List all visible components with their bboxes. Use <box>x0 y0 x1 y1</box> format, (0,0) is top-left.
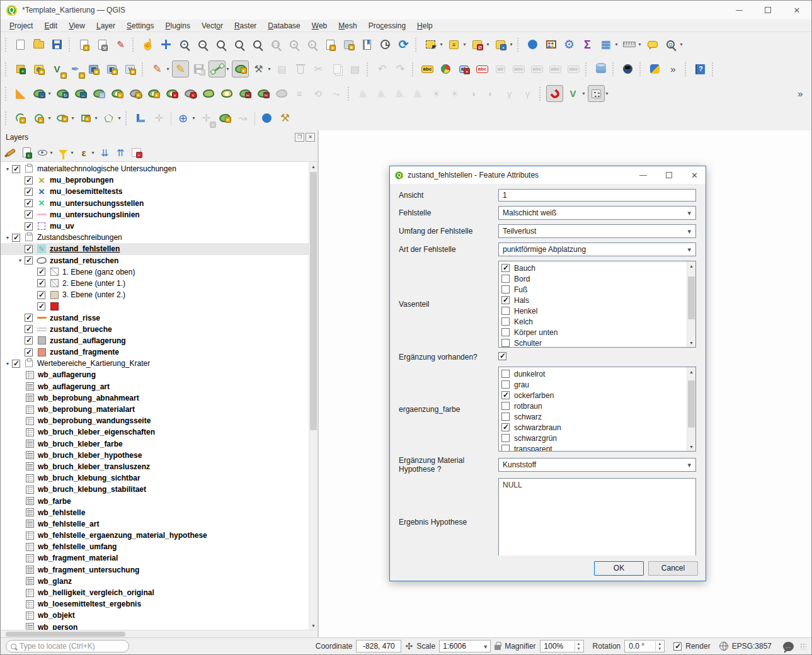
nominatim-geocoder-button[interactable]: Q <box>662 36 679 53</box>
ergaenzung-farbe-scrollbar[interactable]: ▲▼ <box>687 367 695 451</box>
draw-regular-polygon-button[interactable]: ✶ <box>100 110 117 127</box>
layers-tree-hscrollbar[interactable] <box>1 630 317 637</box>
layer-row[interactable]: wb_beprobung_abnahmeart <box>1 392 309 404</box>
layer-row[interactable]: mu_uv <box>1 220 309 232</box>
layer-row[interactable]: wb_fragment_untersuchung <box>1 564 309 576</box>
ok-button[interactable]: OK <box>594 561 644 576</box>
list-item[interactable]: Bauch <box>501 263 687 273</box>
layer-visibility-checkbox[interactable] <box>25 188 33 196</box>
draw-ellipse-button[interactable]: ✶ <box>54 110 71 127</box>
delete-ring-button[interactable]: × <box>163 85 180 102</box>
new-gpx-layer-button[interactable]: ▤✶ <box>85 60 102 77</box>
chevron-down-icon[interactable]: ▾ <box>508 42 514 47</box>
layer-visibility-checkbox[interactable] <box>12 234 20 242</box>
list-item[interactable]: ockerfarben <box>501 390 687 401</box>
simplify-feature-button[interactable]: ◇ <box>90 85 107 102</box>
zoom-to-selection-button[interactable] <box>231 36 248 53</box>
ergaenzung-farbe-item-checkbox[interactable] <box>501 413 510 421</box>
identify-features-button[interactable] <box>524 36 541 53</box>
layer-visibility-checkbox[interactable] <box>25 256 33 265</box>
layer-row[interactable]: wb_fragment_material <box>1 552 309 564</box>
layer-row[interactable]: wb_fehlstelle_ergaenzung_material_hypoth… <box>1 530 309 541</box>
tool-settings-wrench-button[interactable]: ⚒ <box>277 110 294 127</box>
digitize-with-segment-button[interactable] <box>209 60 226 77</box>
chevron-down-icon[interactable]: ▾ <box>462 42 467 47</box>
metasearch-catalog-button[interactable] <box>619 60 636 77</box>
chevron-down-icon[interactable]: ▾ <box>93 115 99 121</box>
ergaenzung-farbe-item-checkbox[interactable] <box>501 402 510 410</box>
panel-float-button[interactable]: ❐ <box>295 133 304 142</box>
zoom-full-button[interactable] <box>212 36 229 53</box>
filter-legend-button[interactable] <box>55 145 71 160</box>
layer-row[interactable]: wb_loesemitteltest_ergebnis <box>1 598 309 610</box>
vertex-tool-button[interactable]: ⚒ <box>250 60 267 77</box>
chevron-down-icon[interactable]: ▾ <box>47 115 52 121</box>
fehlstelle-select[interactable]: Malschicht weiß <box>498 206 696 220</box>
layer-row[interactable]: zustand_fragmente <box>1 346 309 358</box>
measure-line-button[interactable] <box>620 36 638 53</box>
new-map-view-button[interactable]: ✶ <box>322 36 339 53</box>
map-tips-button[interactable] <box>644 36 661 53</box>
ergaenzung-material-hypothese-select[interactable]: Kunststoff <box>498 458 696 472</box>
layer-row[interactable]: ✎zustand_fehlstellen <box>1 243 309 254</box>
pin-unpin-labels-button[interactable]: ab• <box>455 60 472 77</box>
layer-row[interactable]: 2. Ebene (unter 1.) <box>1 278 309 289</box>
db-manager-button[interactable] <box>592 60 609 77</box>
layer-visibility-checkbox[interactable] <box>25 222 33 231</box>
vasenteil-item-checkbox[interactable] <box>501 296 510 304</box>
list-item[interactable]: dunkelrot <box>501 368 687 379</box>
chevron-down-icon[interactable]: ▾ <box>614 42 619 47</box>
vasenteil-scrollbar[interactable]: ▲▼ <box>687 261 695 347</box>
layer-labeling-options-button[interactable]: abc <box>419 60 436 77</box>
layer-visibility-checkbox[interactable] <box>25 199 33 207</box>
layer-row[interactable]: wb_helligkeit_vergleich_original <box>1 587 309 598</box>
layer-visibility-checkbox[interactable] <box>25 348 33 356</box>
manage-map-themes-button[interactable] <box>35 145 50 160</box>
new-print-layout-button[interactable]: ✶ <box>76 36 93 53</box>
layer-visibility-checkbox[interactable] <box>25 325 33 333</box>
collapse-all-button[interactable]: ⇈ <box>113 145 128 160</box>
crs-value[interactable]: EPSG:3857 <box>732 642 772 651</box>
expand-all-button[interactable]: ⇊ <box>97 145 112 160</box>
menu-settings[interactable]: Settings <box>121 21 159 31</box>
layer-group-row[interactable]: ▾Zustandsbeschreibungen <box>1 232 309 243</box>
layer-row[interactable]: wb_farbe <box>1 495 309 506</box>
new-shapefile-layer-button[interactable]: V✶ <box>49 60 66 77</box>
list-item[interactable]: schwarzgrün <box>501 433 687 443</box>
layer-row[interactable]: ▾zustand_retuschen <box>1 255 309 266</box>
select-features-button[interactable] <box>422 36 439 53</box>
layer-row[interactable] <box>1 300 309 312</box>
list-item[interactable]: rotbraun <box>501 401 687 411</box>
layer-row[interactable]: wb_bruch_kleber_eigenschaften <box>1 426 309 438</box>
statistical-summary-button[interactable] <box>542 36 559 53</box>
highlight-pinned-labels-button[interactable]: abc <box>474 60 491 77</box>
toolbar-extension-2-button[interactable]: » <box>792 85 809 102</box>
select-features-by-value-button[interactable]: ≡ <box>445 36 462 53</box>
toolbar-extension-button[interactable]: » <box>665 60 682 77</box>
refresh-map-button[interactable]: ⟳ <box>395 36 412 53</box>
umfang-der-fehlstelle-select[interactable]: Teilverlust <box>498 224 696 238</box>
cad-construction-tools-button[interactable] <box>132 110 149 127</box>
vasenteil-item-checkbox[interactable] <box>501 339 510 347</box>
layer-visibility-checkbox[interactable] <box>25 314 33 322</box>
lock-scale-icon[interactable] <box>495 645 501 650</box>
maximize-button[interactable] <box>753 1 782 20</box>
art-der-fehlstelle-select[interactable]: punktförmige Abplatzung <box>498 242 696 256</box>
dialog-close-icon[interactable]: ✕ <box>691 171 698 180</box>
layer-row[interactable]: zustand_brueche <box>1 324 309 335</box>
list-item[interactable]: Henkel <box>501 305 687 316</box>
hscroll-thumb[interactable] <box>6 632 125 637</box>
layer-visibility-checkbox[interactable] <box>25 176 33 185</box>
spin-arrows-icon[interactable]: ▲▼ <box>655 641 663 651</box>
chevron-down-icon[interactable]: ▾ <box>225 66 231 72</box>
snapping-mode-button[interactable]: V <box>564 85 581 102</box>
menu-raster[interactable]: Raster <box>229 21 262 31</box>
expander-icon[interactable]: ▾ <box>3 361 12 367</box>
layer-visibility-checkbox[interactable] <box>25 336 33 345</box>
expander-icon[interactable]: ▾ <box>3 235 12 241</box>
menu-web[interactable]: Web <box>306 21 333 31</box>
layer-row[interactable]: wb_auflagerung_art <box>1 381 309 392</box>
layers-tree-vscrollbar[interactable]: ▲ ▼ <box>309 162 317 630</box>
layer-row[interactable]: wb_bruch_klebung_sichtbar <box>1 472 309 484</box>
filter-by-expression-button[interactable]: ε <box>76 145 91 160</box>
